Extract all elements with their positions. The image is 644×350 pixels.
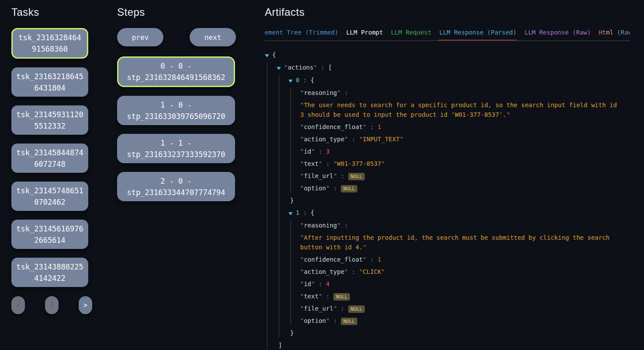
task-button-tsk-231632186456431804[interactable]: tsk_231632186456431804 [11, 67, 88, 97]
json-string-value: "After inputting the product id, the sea… [300, 233, 620, 252]
collapse-arrow-icon[interactable] [277, 63, 284, 73]
step-button-1-0-stp-231633039765096720[interactable]: 1 - 0 - stp_231633039765096720 [117, 96, 235, 125]
json-row: "text" : NULL [300, 291, 630, 301]
tasks-next-page-button[interactable]: > [79, 296, 92, 314]
json-number-value: 1 [377, 123, 381, 130]
json-key: "actions" [284, 64, 317, 71]
json-children: "reasoning" :"After inputting the produc… [291, 220, 630, 326]
json-key: "action_type" [300, 136, 348, 143]
json-row: "file_url" : NULL [300, 171, 630, 181]
tab-llm-prompt[interactable]: LLM Prompt [346, 29, 383, 36]
json-token: " [311, 280, 315, 287]
json-token: file_url [304, 172, 333, 179]
json-token: " [400, 136, 403, 143]
json-token: confidence_float [304, 123, 363, 130]
tab-html-raw[interactable]: Html (Raw) [599, 29, 630, 36]
json-token: action_type [304, 268, 344, 275]
json-row: "id" : 3 [300, 147, 630, 156]
json-string-value: "The user needs to search for a specific… [300, 100, 620, 119]
json-row: } [288, 196, 630, 205]
json-children: 0 : {"reasoning" :"The user needs to sea… [279, 75, 630, 338]
artifacts-panel: Artifacts Element Tree (Trimmed)LLM Prom… [265, 6, 630, 350]
json-key: "id" [300, 280, 315, 287]
json-token: " [506, 111, 510, 118]
json-token: " [363, 123, 366, 130]
json-row: 1 : { [288, 208, 630, 218]
json-token: file_url [304, 305, 333, 312]
tab-element-tree-trimmed[interactable]: Element Tree (Trimmed) [265, 29, 338, 36]
json-node: {"actions" : [0 : {"reasoning" :"The use… [265, 50, 630, 350]
tab-llm-response-parsed[interactable]: LLM Response (Parsed) [439, 29, 516, 36]
json-token: action_type [304, 136, 344, 143]
tasks-title: Tasks [11, 6, 92, 18]
json-token: : [337, 305, 348, 312]
json-string-value: "INPUT_TEXT" [359, 136, 403, 143]
json-token: : [367, 256, 377, 263]
json-token: " [319, 160, 322, 167]
json-number-value: 4 [326, 280, 329, 287]
task-button-tsk-231438802254142422[interactable]: tsk_231438802254142422 [11, 258, 88, 287]
json-token: option [304, 317, 326, 324]
task-pagination: < 1 > [11, 296, 92, 314]
artifacts-title: Artifacts [265, 6, 630, 18]
step-button-2-0-stp-231633344707774794[interactable]: 2 - 0 - stp_231633344707774794 [117, 172, 235, 201]
tasks-page-1-button[interactable]: 1 [45, 296, 59, 314]
json-row: } [288, 328, 630, 338]
json-key: "reasoning" [300, 222, 341, 229]
json-token: id [304, 280, 311, 287]
null-badge: NULL [348, 305, 365, 313]
steps-next-button[interactable]: next [190, 28, 236, 46]
json-token: " [337, 222, 340, 229]
json-token: " [381, 268, 384, 275]
json-token: confidence_float [304, 256, 363, 263]
json-token: " [363, 244, 366, 251]
json-row: { [265, 50, 630, 60]
steps-panel: Steps prev next 0 - 0 - stp_231632846491… [117, 6, 236, 210]
json-token: : [367, 123, 377, 130]
json-row: "confidence_float" : 1 [300, 122, 630, 132]
tab-llm-request[interactable]: LLM Request [391, 29, 432, 36]
json-token: : [329, 317, 340, 324]
json-row: ] [277, 340, 630, 350]
json-row: "text" : "W01-377-8537" [300, 159, 630, 168]
json-token: : [322, 293, 333, 300]
step-button-0-0-stp-231632846491568362[interactable]: 0 - 0 - stp_231632846491568362 [117, 56, 235, 87]
task-button-tsk-231458448746072748[interactable]: tsk_231458448746072748 [11, 144, 88, 173]
json-node: 1 : {"reasoning" :"After inputting the p… [288, 208, 630, 338]
collapse-arrow-icon[interactable] [288, 76, 296, 85]
json-string-value: "W01-377-8537" [333, 160, 385, 167]
json-token: : [341, 222, 348, 229]
json-token: W01-377-8537 [337, 160, 381, 167]
tasks-prev-page-button[interactable]: < [11, 296, 25, 314]
step-button-1-1-stp-231633237333592370[interactable]: 1 - 1 - stp_231633237333592370 [117, 134, 235, 163]
json-node: "actions" : [0 : {"reasoning" :"The user… [277, 63, 630, 350]
json-key: "action_type" [300, 268, 348, 275]
json-row: "id" : 4 [300, 279, 630, 289]
tab-llm-response-raw[interactable]: LLM Response (Raw) [524, 29, 591, 36]
json-node: 0 : {"reasoning" :"The user needs to sea… [288, 75, 630, 205]
json-token: text [304, 160, 319, 167]
task-button-tsk-231456169762665614[interactable]: tsk_231456169762665614 [11, 220, 88, 249]
json-token: : [299, 77, 310, 84]
json-key: "file_url" [300, 305, 337, 312]
collapse-arrow-icon[interactable] [288, 208, 296, 218]
json-token: The user needs to search for a specific … [300, 102, 617, 118]
null-badge: NULL [348, 173, 365, 180]
json-open-bracket: [ [328, 64, 332, 71]
task-button-tsk-231457486510702462[interactable]: tsk_231457486510702462 [11, 182, 88, 211]
steps-prev-button[interactable]: prev [117, 28, 163, 46]
json-token: " [319, 293, 322, 300]
json-token: reasoning [304, 89, 337, 96]
task-button-tsk-231459311205512332[interactable]: tsk_231459311205512332 [11, 105, 88, 135]
json-key: "option" [300, 317, 329, 324]
json-token: : [315, 148, 326, 155]
json-token: id [304, 148, 311, 155]
json-token: : [322, 160, 333, 167]
task-button-tsk-231632846491568360[interactable]: tsk_231632846491568360 [11, 28, 88, 59]
json-token: : [348, 268, 359, 275]
steps-title: Steps [117, 6, 236, 18]
collapse-arrow-icon[interactable] [265, 50, 272, 60]
json-token: : [315, 280, 326, 287]
steps-nav: prev next [117, 28, 236, 46]
json-token: : [317, 64, 328, 71]
